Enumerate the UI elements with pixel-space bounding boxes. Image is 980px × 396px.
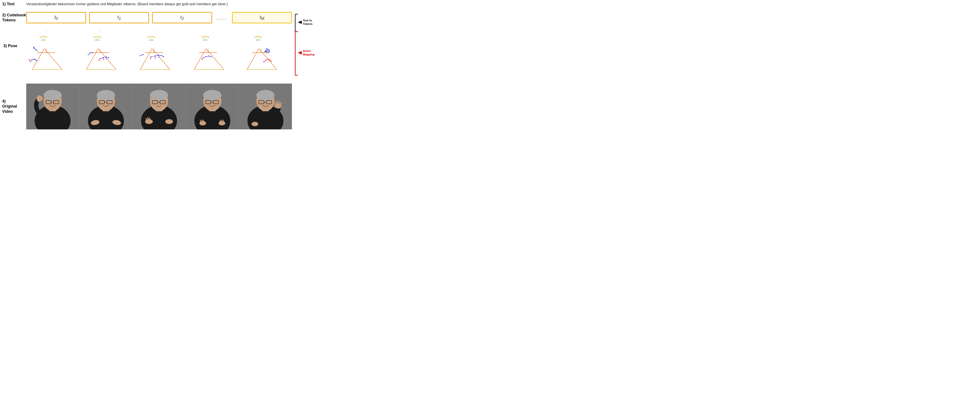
svg-point-86: [163, 56, 164, 57]
right-bracket-svg: Text to Tokens Direct Mapping: [293, 11, 327, 81]
svg-point-19: [31, 60, 32, 61]
svg-point-106: [205, 38, 205, 39]
svg-point-92: [159, 57, 159, 58]
svg-point-125: [256, 36, 257, 37]
svg-line-219: [280, 102, 281, 105]
svg-point-63: [92, 52, 93, 53]
svg-point-150: [268, 59, 269, 60]
svg-line-78: [151, 56, 155, 57]
svg-point-39: [97, 36, 98, 37]
svg-line-46: [100, 58, 103, 59]
svg-point-148: [263, 61, 264, 62]
svg-point-95: [143, 54, 144, 55]
token-t1: t1: [89, 12, 149, 23]
row2-label: 2) Codebook Tokens: [0, 13, 26, 23]
svg-text:Text to: Text to: [303, 19, 312, 22]
pose-area: 3) Pose: [26, 30, 292, 81]
row-text: 1) Text Vorstandsmitglieder bekommen imm…: [0, 2, 327, 6]
svg-point-124: [255, 37, 256, 38]
video-strip: [26, 84, 292, 129]
video-frame-3: [133, 84, 186, 129]
svg-point-84: [158, 55, 159, 55]
svg-point-52: [108, 57, 109, 58]
svg-point-13: [45, 40, 45, 41]
svg-point-51: [105, 57, 107, 58]
svg-marker-224: [298, 21, 302, 24]
svg-point-118: [202, 59, 203, 60]
svg-point-114: [205, 56, 207, 57]
svg-point-115: [208, 55, 209, 57]
svg-line-53: [99, 59, 100, 60]
svg-point-182: [150, 90, 168, 100]
svg-line-110: [203, 57, 206, 58]
sentence-text: Vorstandsmitglieder bekommen immer golde…: [26, 2, 228, 6]
svg-point-73: [154, 37, 155, 38]
svg-line-48: [106, 57, 108, 58]
svg-point-128: [261, 37, 262, 38]
svg-point-195: [203, 90, 221, 100]
svg-point-141: [269, 49, 270, 51]
svg-line-189: [148, 118, 148, 120]
svg-point-8: [45, 36, 46, 37]
svg-line-57: [106, 57, 107, 59]
svg-line-134: [265, 49, 268, 52]
svg-line-96: [194, 49, 206, 70]
svg-line-15: [32, 59, 34, 60]
svg-rect-167: [41, 96, 43, 101]
svg-point-50: [103, 57, 104, 58]
svg-point-109: [207, 40, 207, 41]
token-tM: tM: [232, 12, 292, 23]
svg-line-0: [32, 49, 44, 70]
svg-point-58: [107, 59, 107, 60]
svg-line-91: [159, 55, 159, 57]
svg-point-149: [266, 60, 267, 61]
svg-point-5: [40, 37, 41, 38]
svg-line-188: [146, 119, 146, 120]
svg-point-29: [35, 49, 36, 50]
svg-point-94: [140, 55, 141, 56]
svg-line-26: [34, 48, 35, 49]
svg-point-138: [264, 51, 266, 52]
svg-line-27: [33, 47, 35, 48]
svg-line-111: [206, 56, 209, 57]
svg-point-105: [208, 37, 209, 38]
svg-line-217: [277, 101, 277, 104]
svg-line-79: [155, 55, 159, 56]
svg-point-74: [151, 38, 152, 39]
tokens-row: t0 t1 t2 .... tM: [26, 12, 292, 23]
svg-line-60: [90, 52, 93, 53]
svg-point-6: [41, 36, 42, 37]
svg-point-140: [267, 49, 269, 50]
svg-point-113: [202, 57, 204, 58]
svg-point-30: [34, 48, 35, 49]
svg-point-88: [150, 58, 151, 59]
svg-point-102: [203, 36, 204, 37]
svg-marker-230: [298, 51, 302, 55]
token-dots: ....: [215, 14, 229, 21]
svg-point-28: [37, 50, 38, 51]
svg-point-142: [269, 51, 270, 52]
row-video: 4) Original Video: [0, 82, 327, 130]
svg-point-61: [88, 54, 89, 55]
svg-line-87: [151, 57, 151, 59]
svg-point-71: [151, 36, 152, 37]
svg-point-12: [41, 40, 42, 41]
svg-point-108: [203, 40, 204, 41]
svg-point-37: [94, 37, 95, 38]
svg-point-45: [99, 40, 99, 41]
svg-point-76: [149, 40, 150, 41]
svg-point-143: [268, 52, 269, 53]
svg-point-132: [259, 40, 260, 41]
token-t2: t2: [152, 12, 212, 23]
svg-text:Mapping: Mapping: [303, 53, 315, 56]
video-frame-5: [239, 84, 292, 129]
svg-line-136: [265, 51, 269, 52]
svg-point-24: [29, 59, 30, 60]
svg-line-59: [88, 53, 90, 55]
svg-line-47: [103, 57, 106, 58]
svg-point-127: [259, 36, 261, 37]
svg-point-82: [151, 56, 152, 57]
video-frame-1: [26, 84, 79, 129]
svg-point-21: [35, 59, 36, 60]
svg-point-152: [270, 61, 272, 62]
